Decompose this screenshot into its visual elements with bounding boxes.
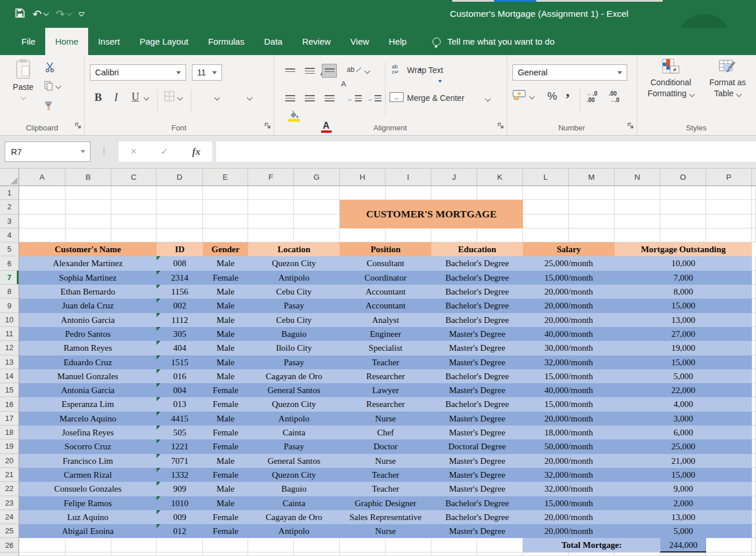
- cell-salary[interactable]: 32,000/month: [523, 468, 615, 482]
- name-box-dropdown-icon[interactable]: [81, 150, 85, 153]
- align-left-button[interactable]: [283, 92, 297, 105]
- cell[interactable]: [19, 553, 66, 556]
- cell-id[interactable]: 1010: [157, 496, 203, 510]
- cell-id[interactable]: 013: [157, 397, 203, 411]
- cell[interactable]: [203, 186, 248, 200]
- merge-center-icon[interactable]: ↔: [390, 92, 404, 102]
- row-header-4[interactable]: 4: [0, 228, 19, 242]
- row-header-20[interactable]: 20: [0, 454, 19, 468]
- column-header-P[interactable]: P: [706, 169, 752, 186]
- table-header-name[interactable]: Customer's Name: [19, 242, 157, 256]
- cell[interactable]: [248, 186, 294, 200]
- middle-align-button[interactable]: [303, 64, 317, 77]
- cell[interactable]: [111, 228, 157, 242]
- borders-chevron-icon[interactable]: [178, 96, 182, 100]
- cell[interactable]: [431, 553, 477, 556]
- cell-mortgage[interactable]: 7,000: [615, 271, 752, 285]
- total-mortgage-value[interactable]: 244,000: [660, 538, 706, 552]
- row-header-22[interactable]: 22: [0, 482, 19, 496]
- row-header-6[interactable]: 6: [0, 256, 19, 270]
- row-header-16[interactable]: 16: [0, 397, 19, 411]
- cell-location[interactable]: General Santos: [248, 383, 340, 397]
- cell-salary[interactable]: 15,000/month: [523, 496, 615, 510]
- cell-salary[interactable]: 20,000/month: [523, 313, 615, 327]
- cell-mortgage[interactable]: 8,000: [615, 285, 752, 299]
- cell[interactable]: [19, 215, 66, 228]
- cell-salary[interactable]: 15,000/month: [523, 271, 615, 285]
- row-header-1[interactable]: 1: [0, 186, 19, 200]
- cell-id[interactable]: 1112: [157, 313, 203, 327]
- cell[interactable]: [294, 215, 340, 228]
- alignment-dialog-launcher[interactable]: [497, 121, 504, 131]
- cell-location[interactable]: Baguio: [248, 482, 340, 496]
- cell[interactable]: [477, 553, 523, 556]
- cell-position[interactable]: Researcher: [340, 369, 431, 383]
- cell[interactable]: [706, 228, 752, 242]
- row-header-15[interactable]: 15: [0, 383, 19, 397]
- cell-id[interactable]: 009: [157, 510, 203, 524]
- tab-insert[interactable]: Insert: [88, 28, 130, 55]
- cell-id[interactable]: 008: [157, 256, 203, 270]
- cell[interactable]: [203, 538, 248, 552]
- cell-position[interactable]: Nurse: [340, 412, 431, 426]
- table-header-location[interactable]: Location: [248, 242, 340, 256]
- font-name-combo[interactable]: Calibri: [90, 64, 186, 81]
- cell-id[interactable]: 012: [157, 524, 203, 538]
- cell[interactable]: [569, 553, 615, 556]
- cell-education[interactable]: Bachelor's Degree: [431, 299, 523, 312]
- cell-id[interactable]: 505: [157, 426, 203, 439]
- fill-color-chevron-icon[interactable]: [215, 96, 219, 100]
- cell-position[interactable]: Accountant: [340, 299, 431, 312]
- cell[interactable]: [66, 215, 111, 228]
- redo-button[interactable]: ↷: [56, 9, 71, 20]
- cell[interactable]: [706, 215, 752, 228]
- cell-gender[interactable]: Male: [203, 496, 248, 510]
- cell-education[interactable]: Master's Degree: [431, 482, 523, 496]
- cell-education[interactable]: Bachelor's Degree: [431, 397, 523, 411]
- row-header-25[interactable]: 25: [0, 524, 19, 538]
- cell-education[interactable]: Bachelor's Degree: [431, 369, 523, 383]
- cell[interactable]: [66, 228, 111, 242]
- cell-name[interactable]: Francisco Lim: [19, 454, 157, 468]
- tab-review[interactable]: Review: [292, 28, 340, 55]
- cell-location[interactable]: Cainta: [248, 496, 340, 510]
- row-header-18[interactable]: 18: [0, 426, 19, 439]
- cell-gender[interactable]: Male: [203, 285, 248, 299]
- column-header-L[interactable]: L: [523, 169, 569, 186]
- cell[interactable]: [569, 186, 615, 200]
- cell-salary[interactable]: 20,000/month: [523, 285, 615, 299]
- cell-education[interactable]: Master's Degree: [431, 524, 523, 538]
- cell-position[interactable]: Accountant: [340, 285, 431, 299]
- cell[interactable]: [569, 228, 615, 242]
- cell[interactable]: [523, 200, 569, 214]
- tab-formulas[interactable]: Formulas: [198, 28, 255, 55]
- decrease-indent-button[interactable]: ←: [347, 92, 362, 105]
- cell-salary[interactable]: 20,000/month: [523, 454, 615, 468]
- cell-salary[interactable]: 32,000/month: [523, 355, 615, 369]
- cell-education[interactable]: Master's Degree: [431, 355, 523, 369]
- cell-mortgage[interactable]: 4,000: [615, 397, 752, 411]
- column-header-N[interactable]: N: [615, 169, 660, 186]
- cell-mortgage[interactable]: 21,000: [615, 454, 752, 468]
- wrap-text-button[interactable]: Wrap Text: [407, 66, 444, 75]
- cell[interactable]: [203, 200, 248, 214]
- cell-id[interactable]: 004: [157, 383, 203, 397]
- cell-gender[interactable]: Male: [203, 412, 248, 426]
- cell-gender[interactable]: Male: [203, 313, 248, 327]
- cell-name[interactable]: Manuel Gonzales: [19, 369, 157, 383]
- cell-mortgage[interactable]: 5,000: [615, 369, 752, 383]
- cell-name[interactable]: Abigail Esoina: [19, 524, 157, 538]
- row-header-13[interactable]: 13: [0, 355, 19, 369]
- cell-salary[interactable]: 20,000/month: [523, 412, 615, 426]
- row-header-5[interactable]: 5: [0, 242, 19, 256]
- cell[interactable]: [615, 186, 660, 200]
- cell[interactable]: [19, 228, 66, 242]
- cell[interactable]: [203, 228, 248, 242]
- cell-mortgage[interactable]: 25,000: [615, 439, 752, 453]
- cell[interactable]: [386, 553, 431, 556]
- cell-education[interactable]: Master's Degree: [431, 412, 523, 426]
- italic-button[interactable]: I: [114, 91, 118, 104]
- cell[interactable]: [248, 228, 294, 242]
- table-header-mortgage[interactable]: Mortgage Outstanding: [615, 242, 752, 256]
- column-header-E[interactable]: E: [203, 169, 248, 186]
